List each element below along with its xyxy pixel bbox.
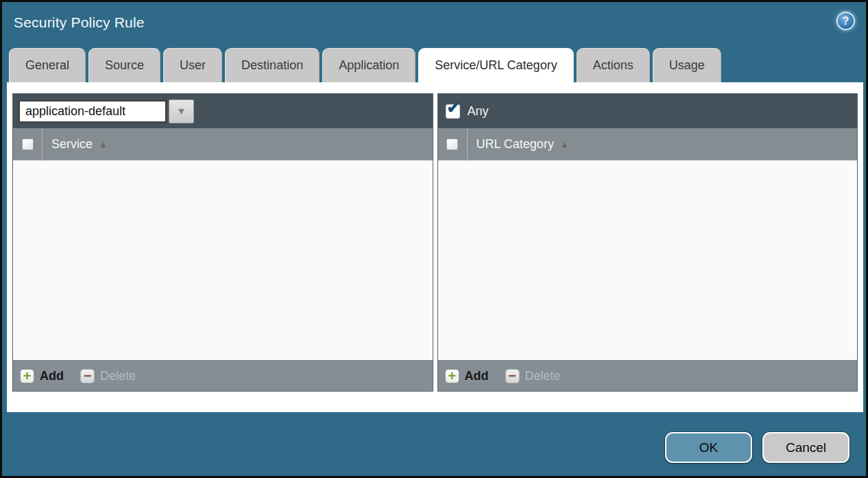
url-category-list [438, 160, 858, 360]
service-type-input[interactable] [19, 100, 167, 123]
tab-usage[interactable]: Usage [653, 48, 721, 82]
service-panel-header: ▼ [13, 94, 433, 128]
dropdown-arrow-button[interactable]: ▼ [169, 99, 194, 123]
tab-destination[interactable]: Destination [225, 48, 320, 82]
service-list [13, 160, 433, 360]
tab-content: ▼ Service ▲ + Add [7, 82, 863, 412]
tab-actions[interactable]: Actions [577, 48, 650, 82]
url-category-column-header[interactable]: URL Category [477, 137, 554, 152]
delete-url-category-button[interactable]: − Delete [505, 369, 561, 383]
url-category-panel: ✔ Any URL Category ▲ + Add [437, 93, 858, 392]
select-all-url-categories-checkbox[interactable] [446, 139, 458, 150]
tab-user[interactable]: User [163, 48, 222, 82]
sort-asc-icon: ▲ [560, 139, 569, 150]
minus-icon: − [80, 369, 95, 383]
url-category-panel-header: ✔ Any [438, 94, 858, 128]
service-column-header-row: Service ▲ [13, 128, 433, 160]
service-panel: ▼ Service ▲ + Add [12, 93, 433, 392]
security-policy-rule-dialog: Security Policy Rule ? General Source Us… [0, 0, 868, 478]
url-category-toolbar: + Add − Delete [438, 360, 858, 391]
delete-service-button[interactable]: − Delete [80, 369, 136, 383]
any-label: Any [468, 104, 489, 119]
service-column-header[interactable]: Service [51, 137, 93, 152]
tab-application[interactable]: Application [322, 48, 415, 82]
any-checkbox[interactable]: ✔ [446, 104, 460, 119]
column-divider [42, 128, 43, 160]
chevron-down-icon: ▼ [177, 106, 186, 116]
checkmark-icon: ✔ [447, 99, 460, 117]
dialog-footer: OK Cancel [665, 432, 849, 463]
tab-source[interactable]: Source [88, 48, 160, 82]
plus-icon: + [445, 369, 459, 383]
column-divider [467, 128, 468, 160]
tab-bar: General Source User Destination Applicat… [9, 48, 859, 82]
dialog-title: Security Policy Rule [14, 14, 145, 31]
add-url-category-button[interactable]: + Add [445, 369, 489, 383]
url-category-column-header-row: URL Category ▲ [438, 128, 858, 160]
select-all-services-checkbox[interactable] [22, 139, 34, 150]
service-toolbar: + Add − Delete [13, 360, 433, 391]
sort-asc-icon: ▲ [99, 139, 108, 150]
tab-service-url-category[interactable]: Service/URL Category [418, 48, 573, 82]
cancel-button[interactable]: Cancel [762, 432, 849, 463]
plus-icon: + [20, 369, 34, 383]
ok-button[interactable]: OK [665, 432, 752, 463]
add-service-button[interactable]: + Add [20, 369, 64, 383]
minus-icon: − [505, 369, 520, 383]
tab-general[interactable]: General [9, 48, 86, 82]
help-icon[interactable]: ? [836, 12, 855, 30]
